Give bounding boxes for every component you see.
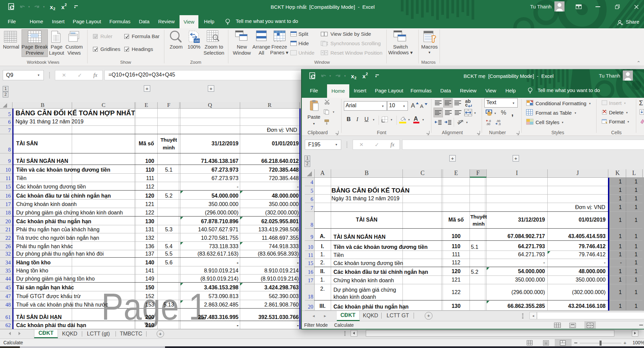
svg-text:.0: .0 (498, 122, 501, 125)
svg-text:.00: .00 (486, 122, 490, 125)
svg-text:ab: ab (457, 119, 463, 125)
svg-text:100: 100 (194, 39, 199, 42)
